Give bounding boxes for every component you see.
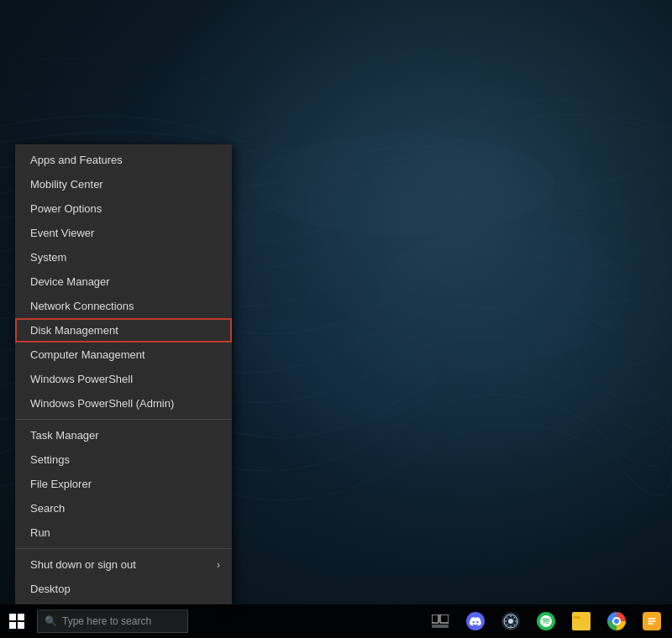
menu-item-device-manager[interactable]: Device Manager: [15, 269, 232, 294]
cortana-icon-taskbar[interactable]: [635, 604, 669, 638]
menu-item-desktop[interactable]: Desktop: [15, 577, 232, 601]
taskview-button[interactable]: [423, 604, 457, 638]
menu-item-windows-powershell-admin[interactable]: Windows PowerShell (Admin): [15, 391, 232, 416]
menu-item-shut-down[interactable]: Shut down or sign out ›: [15, 552, 232, 577]
discord-icon-taskbar[interactable]: [459, 604, 492, 638]
start-button[interactable]: [0, 604, 34, 638]
taskbar-search-box[interactable]: 🔍 Type here to search: [37, 609, 188, 633]
discord-logo: [466, 612, 485, 630]
context-menu: Apps and Features Mobility Center Power …: [15, 144, 232, 604]
search-icon: 🔍: [45, 615, 57, 627]
svg-rect-3: [432, 614, 438, 623]
windows-logo: [9, 614, 24, 629]
menu-item-network-connections[interactable]: Network Connections: [15, 294, 232, 318]
menu-item-mobility-center[interactable]: Mobility Center: [15, 172, 232, 196]
menu-item-disk-management[interactable]: Disk Management: [15, 318, 232, 343]
menu-item-power-options[interactable]: Power Options: [15, 196, 232, 221]
menu-divider-1: [15, 419, 232, 420]
menu-item-computer-management[interactable]: Computer Management: [15, 343, 232, 367]
spotify-logo: [537, 612, 555, 630]
taskview-icon: [432, 614, 449, 628]
chrome-icon-taskbar[interactable]: [600, 604, 633, 638]
steam-logo: [501, 612, 520, 630]
svg-rect-4: [440, 614, 449, 623]
chrome-logo: [607, 612, 626, 630]
menu-item-file-explorer[interactable]: File Explorer: [15, 472, 232, 496]
menu-item-apps-features[interactable]: Apps and Features: [15, 148, 232, 172]
fileexplorer-logo: [572, 612, 591, 630]
menu-item-event-viewer[interactable]: Event Viewer: [15, 221, 232, 245]
spotify-icon-taskbar[interactable]: [529, 604, 563, 638]
svg-point-7: [508, 619, 513, 624]
menu-item-task-manager[interactable]: Task Manager: [15, 423, 232, 447]
menu-item-settings[interactable]: Settings: [15, 447, 232, 472]
menu-item-system[interactable]: System: [15, 245, 232, 269]
search-placeholder-text: Type here to search: [62, 615, 151, 627]
cortana-logo: [643, 612, 661, 630]
chrome-inner-circle: [612, 617, 621, 625]
submenu-arrow: ›: [217, 559, 220, 571]
menu-divider-2: [15, 548, 232, 549]
taskbar-icons: [423, 604, 672, 638]
menu-item-search[interactable]: Search: [15, 496, 232, 520]
fileexplorer-icon-taskbar[interactable]: [564, 604, 598, 638]
menu-item-windows-powershell[interactable]: Windows PowerShell: [15, 367, 232, 391]
svg-rect-8: [574, 618, 589, 628]
steam-icon-taskbar[interactable]: [494, 604, 528, 638]
svg-point-1: [378, 227, 630, 361]
svg-rect-5: [432, 625, 449, 628]
taskbar: 🔍 Type here to search: [0, 604, 672, 638]
svg-point-0: [252, 134, 554, 235]
menu-item-run[interactable]: Run: [15, 520, 232, 545]
